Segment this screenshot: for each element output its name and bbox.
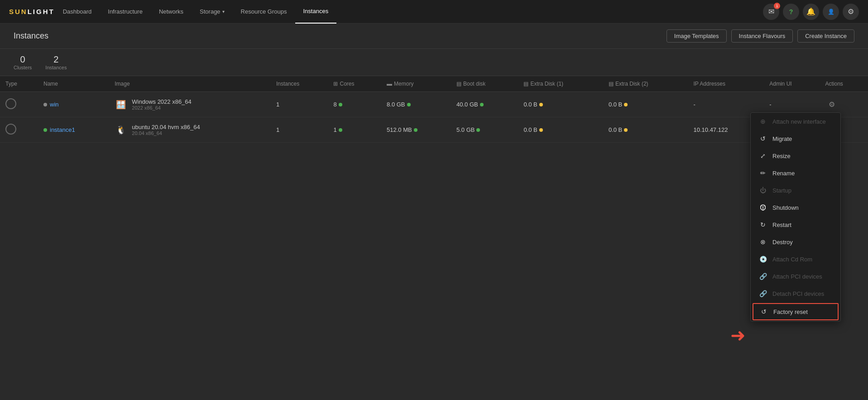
settings-icon: ⚙: [848, 7, 854, 16]
shutdown-icon: ⏼: [759, 203, 767, 212]
win-image-name: Windows 2022 x86_64: [132, 98, 192, 105]
stats-bar: 0 Clusters 2 Instances: [0, 49, 868, 76]
row-instance1-memory: 512.0 MB: [381, 117, 451, 143]
nav-instances[interactable]: Instances: [295, 0, 337, 24]
row-win-instances: 1: [271, 92, 328, 117]
attach-interface-label: Attach new interface: [772, 118, 826, 125]
col-type: Type: [0, 76, 38, 92]
instances-table-container: Type Name Image Instances ⊞ Cores ▬ Memo…: [0, 76, 868, 143]
instance1-memory-dot: [414, 128, 417, 132]
win-extra-disk-2-dot: [624, 103, 628, 106]
create-instance-button[interactable]: Create Instance: [797, 29, 854, 43]
avatar-icon: 👤: [828, 9, 834, 15]
restart-icon: ↻: [759, 221, 767, 229]
instance1-boot-disk-value: 5.0 GB: [456, 126, 475, 133]
instance1-image-icon: 🐧: [115, 124, 127, 136]
col-image: Image: [109, 76, 271, 92]
instances-table: Type Name Image Instances ⊞ Cores ▬ Memo…: [0, 76, 868, 143]
startup-label: Startup: [772, 187, 791, 194]
destroy-label: Destroy: [772, 239, 793, 246]
boot-disk-icon: ▤: [456, 81, 461, 87]
win-cores-value: 8: [333, 101, 336, 108]
instance1-cores-value: 1: [333, 126, 336, 133]
migrate-label: Migrate: [772, 135, 792, 142]
nav-right-icons: ✉ 1 ? 🔔 👤 ⚙: [763, 4, 859, 20]
row-win-cores: 8: [328, 92, 381, 117]
help-button[interactable]: ?: [783, 4, 799, 20]
menu-resize[interactable]: ⤢ Resize: [751, 147, 840, 164]
win-memory-value: 8.0 GB: [387, 101, 405, 108]
nav-resource-groups[interactable]: Resource Groups: [233, 0, 295, 24]
logo: SUNLIGHT: [9, 8, 55, 15]
help-icon: ?: [789, 8, 793, 15]
memory-icon: ▬: [387, 81, 392, 87]
migrate-icon: ↺: [759, 135, 767, 143]
instance1-image-version: 20.04 x86_64: [132, 130, 200, 136]
instance1-cores-dot: [339, 128, 342, 132]
messages-icon: ✉: [768, 7, 774, 16]
settings-button[interactable]: ⚙: [843, 4, 859, 20]
messages-button[interactable]: ✉ 1: [763, 4, 779, 20]
instance-link-win[interactable]: win: [43, 101, 104, 108]
win-extra-disk-1-dot: [539, 103, 543, 106]
win-image-version: 2022 x86_64: [132, 105, 192, 111]
factory-reset-icon: ↺: [760, 308, 768, 316]
detach-pci-icon: 🔗: [759, 289, 767, 298]
row-win-image: 🪟 Windows 2022 x86_64 2022 x86_64: [109, 92, 271, 117]
instance-flavours-button[interactable]: Instance Flavours: [731, 29, 793, 43]
menu-shutdown[interactable]: ⏼ Shutdown: [751, 199, 840, 216]
row-win-boot-disk: 40.0 GB: [451, 92, 518, 117]
row-instance1-cores: 1: [328, 117, 381, 143]
resize-label: Resize: [772, 153, 791, 159]
win-memory-dot: [407, 103, 411, 106]
col-name: Name: [38, 76, 109, 92]
detach-pci-label: Detach PCI devices: [772, 290, 824, 297]
menu-destroy[interactable]: ⊗ Destroy: [751, 233, 840, 251]
avatar-button[interactable]: 👤: [823, 4, 839, 20]
nav-storage[interactable]: Storage ▾: [192, 0, 233, 24]
instance1-extra-disk-2-dot: [624, 128, 628, 132]
win-image-icon: 🪟: [115, 98, 127, 111]
attach-pci-label: Attach PCI devices: [772, 273, 822, 280]
col-ip-addresses: IP Addresses: [688, 76, 764, 92]
menu-attach-cdrom: 💿 Attach Cd Rom: [751, 251, 840, 268]
menu-migrate[interactable]: ↺ Migrate: [751, 130, 840, 147]
notifications-button[interactable]: 🔔: [803, 4, 819, 20]
nav-dashboard[interactable]: Dashboard: [55, 0, 100, 24]
instance1-extra-disk-2-value: 0.0 B: [609, 126, 622, 133]
menu-detach-pci: 🔗 Detach PCI devices: [751, 285, 840, 302]
menu-factory-reset[interactable]: ↺ Factory reset: [753, 303, 839, 320]
subheader-actions: Image Templates Instance Flavours Create…: [667, 29, 854, 43]
table-row: win 🪟 Windows 2022 x86_64 2022 x86_64 1: [0, 92, 868, 117]
menu-startup: ⏻ Startup: [751, 182, 840, 199]
row-instance1-boot-disk: 5.0 GB: [451, 117, 518, 143]
instance-link-instance1[interactable]: instance1: [43, 126, 104, 133]
win-actions-button[interactable]: ⚙: [825, 98, 839, 111]
table-header-row: Type Name Image Instances ⊞ Cores ▬ Memo…: [0, 76, 868, 92]
row-instance1-name: instance1: [38, 117, 109, 143]
type-icon-instance1: [5, 124, 16, 135]
rename-icon: ✏: [759, 169, 767, 177]
instance1-boot-disk-dot: [476, 128, 480, 132]
nav-infrastructure[interactable]: Infrastructure: [100, 0, 151, 24]
attach-pci-icon: 🔗: [759, 272, 767, 280]
menu-rename[interactable]: ✏ Rename: [751, 164, 840, 182]
col-extra-disk-2: ▤ Extra Disk (2): [603, 76, 688, 92]
row-instance1-type: [0, 117, 38, 143]
instances-value: 2: [53, 54, 58, 65]
image-templates-button[interactable]: Image Templates: [667, 29, 727, 43]
type-icon-win: [5, 98, 16, 109]
instance1-name-text: instance1: [50, 126, 75, 133]
nav-items: Dashboard Infrastructure Networks Storag…: [55, 0, 763, 24]
menu-attach-interface: ⊕ Attach new interface: [751, 113, 840, 130]
win-name-text: win: [50, 101, 59, 108]
cdrom-icon: 💿: [759, 255, 767, 263]
menu-restart[interactable]: ↻ Restart: [751, 216, 840, 233]
row-win-extra-disk-2: 0.0 B: [603, 92, 688, 117]
row-instance1-instances: 1: [271, 117, 328, 143]
extra-disk-2-icon: ▤: [609, 81, 614, 87]
col-boot-disk: ▤ Boot disk: [451, 76, 518, 92]
nav-networks[interactable]: Networks: [151, 0, 192, 24]
top-navigation: SUNLIGHT Dashboard Infrastructure Networ…: [0, 0, 868, 24]
startup-icon: ⏻: [759, 186, 767, 194]
